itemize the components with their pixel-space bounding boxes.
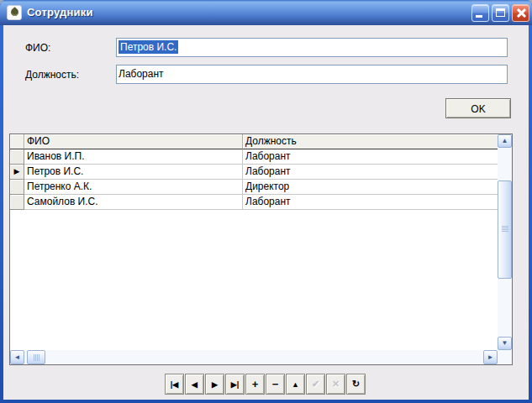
table-row[interactable]: Самойлов И.С. Лаборант <box>10 195 498 210</box>
scroll-down-button[interactable]: ▼ <box>498 337 512 350</box>
chevron-left-icon: ◄ <box>14 353 21 361</box>
form-client-area: ФИО: Петров И.С. Должность: Лаборант OK … <box>3 25 529 400</box>
employees-grid: ФИО Должность Иванов И.П. Лаборант ▶ Пет… <box>9 133 513 365</box>
row-indicator <box>10 149 24 165</box>
nav-post-button[interactable]: ✔ <box>306 374 325 395</box>
cell-fio[interactable]: Самойлов И.С. <box>24 195 243 210</box>
window-title: Сотрудники <box>27 6 93 18</box>
title-bar[interactable]: Сотрудники <box>0 0 532 25</box>
position-text: Лаборант <box>119 68 164 80</box>
app-window: Сотрудники ФИО: Петров И.С. Должность: Л… <box>0 0 532 403</box>
position-label: Должность: <box>25 69 79 81</box>
horizontal-scrollbar[interactable]: ◄ ► <box>10 350 512 364</box>
nav-edit-button[interactable]: ▲ <box>286 374 305 395</box>
table-row-current[interactable]: ▶ Петров И.С. Лаборант <box>10 165 498 180</box>
current-row-arrow-icon: ▶ <box>14 167 20 175</box>
cell-fio[interactable]: Петренко А.К. <box>24 180 243 195</box>
vertical-scroll-thumb[interactable] <box>498 181 512 279</box>
cell-fio[interactable]: Иванов И.П. <box>24 149 243 165</box>
droplet-icon <box>9 7 20 18</box>
position-input[interactable]: Лаборант <box>116 65 508 84</box>
row-indicator-current: ▶ <box>10 165 24 180</box>
vertical-scrollbar[interactable]: ▲ ▼ <box>498 134 512 350</box>
maximize-button[interactable] <box>492 4 509 22</box>
thumb-grip-icon <box>34 354 40 361</box>
ok-button[interactable]: OK <box>445 98 511 118</box>
minimize-icon <box>476 15 482 18</box>
grid-header-row: ФИО Должность <box>10 134 498 149</box>
db-navigator: |◀ ◀ ▶ ▶| + − ▲ ✔ ✕ ↻ <box>165 374 366 395</box>
nav-last-button[interactable]: ▶| <box>225 374 245 395</box>
scroll-right-button[interactable]: ► <box>483 350 498 364</box>
fio-selected-text: Петров И.С. <box>119 40 178 54</box>
cell-position[interactable]: Лаборант <box>243 195 498 210</box>
minimize-button[interactable] <box>471 4 489 22</box>
row-indicator <box>10 180 24 195</box>
cell-position[interactable]: Директор <box>243 180 498 195</box>
chevron-down-icon: ▼ <box>502 339 508 347</box>
chevron-up-icon: ▲ <box>502 137 508 144</box>
nav-cancel-button[interactable]: ✕ <box>326 374 345 395</box>
cell-position[interactable]: Лаборант <box>243 149 498 165</box>
nav-first-button[interactable]: |◀ <box>165 374 184 395</box>
nav-insert-button[interactable]: + <box>245 374 265 395</box>
grid-header-fio[interactable]: ФИО <box>24 134 243 149</box>
table-row[interactable]: Иванов И.П. Лаборант <box>10 149 498 165</box>
row-indicator <box>10 195 24 210</box>
scroll-up-button[interactable]: ▲ <box>498 134 512 148</box>
horizontal-scroll-thumb[interactable] <box>27 350 45 364</box>
maximize-icon <box>496 8 505 17</box>
nav-next-button[interactable]: ▶ <box>205 374 224 395</box>
thumb-grip-icon <box>502 226 508 232</box>
grid-header-indicator <box>10 134 24 149</box>
fio-input[interactable]: Петров И.С. <box>116 38 508 57</box>
nav-refresh-button[interactable]: ↻ <box>346 374 366 395</box>
grid-header-position[interactable]: Должность <box>243 134 498 149</box>
nav-delete-button[interactable]: − <box>266 374 285 395</box>
cell-position[interactable]: Лаборант <box>243 165 498 180</box>
scroll-left-button[interactable]: ◄ <box>10 350 24 364</box>
nav-prior-button[interactable]: ◀ <box>185 374 204 395</box>
table-row[interactable]: Петренко А.К. Директор <box>10 180 498 195</box>
cell-fio[interactable]: Петров И.С. <box>24 165 243 180</box>
close-button[interactable] <box>512 4 529 22</box>
close-icon <box>515 8 526 18</box>
app-icon <box>7 5 22 20</box>
fio-label: ФИО: <box>25 42 50 54</box>
chevron-right-icon: ► <box>487 353 494 361</box>
